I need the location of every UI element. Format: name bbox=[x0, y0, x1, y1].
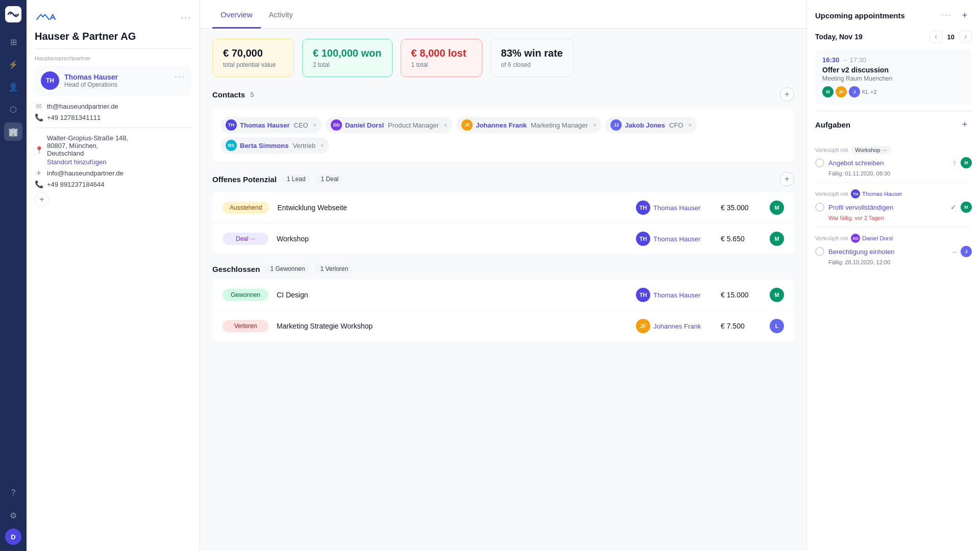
nav-icon-settings[interactable]: ⚙ bbox=[4, 506, 22, 524]
appt-location: Meeting Raum Muenchen bbox=[822, 75, 965, 82]
stat-won-value: € 100,000 won bbox=[313, 47, 382, 59]
deal-name-marketing[interactable]: Marketing Strategie Workshop bbox=[277, 322, 628, 330]
chip-name-daniel[interactable]: Daniel Dorsl bbox=[345, 121, 384, 129]
contact-chip-daniel: DD Daniel Dorsl Product Manager × bbox=[326, 117, 452, 133]
chip-role-jakob: CFO bbox=[669, 121, 683, 129]
nav-icon-chart[interactable]: ⬡ bbox=[4, 100, 22, 118]
appt-title[interactable]: Offer v2 discussion bbox=[822, 66, 965, 74]
chip-remove-thomas[interactable]: × bbox=[313, 122, 316, 128]
phone-icon: 📞 bbox=[35, 113, 43, 121]
tab-overview[interactable]: Overview bbox=[212, 0, 261, 29]
deal-status-deal: Deal ··· bbox=[223, 233, 268, 245]
deal-person-marketing[interactable]: JF Johannes Frank bbox=[636, 319, 713, 333]
potential-deals-container: Ausstehend Entwicklung Webseite TH Thoma… bbox=[212, 192, 794, 254]
nav-icon-help[interactable]: ? bbox=[4, 484, 22, 502]
contact-more-button[interactable]: ··· bbox=[175, 71, 185, 82]
stat-won: € 100,000 won 2 total bbox=[302, 39, 393, 77]
user-avatar[interactable]: D bbox=[5, 529, 21, 545]
task-linked-name-thomas[interactable]: Thomas Hauser bbox=[862, 191, 902, 197]
contact-email[interactable]: th@hauseundpartner.de bbox=[47, 103, 118, 110]
nav-icon-grid[interactable]: ⊞ bbox=[4, 33, 22, 51]
task-name-angebot[interactable]: Angebot schreiben bbox=[828, 159, 949, 167]
task-name-profil[interactable]: Profil vervollständigen bbox=[828, 204, 946, 211]
add-appointment-button[interactable]: + bbox=[958, 8, 972, 22]
contact-name[interactable]: Thomas Hauser bbox=[64, 73, 118, 81]
company-more-button[interactable]: ··· bbox=[181, 12, 191, 23]
chip-name-berta[interactable]: Berta Simmons bbox=[240, 142, 288, 149]
deal-amount-cidesign: € 15.000 bbox=[721, 291, 762, 299]
address-city: 80807, München, bbox=[47, 142, 128, 149]
right-panel: Upcoming appointments ··· + Today, Nov 1… bbox=[806, 0, 980, 551]
add-location-button[interactable]: Standort hinzufügen bbox=[47, 158, 128, 166]
deal-amount-webseite: € 35.000 bbox=[721, 204, 762, 212]
contact-phone-row: 📞 +49 12781341111 bbox=[35, 113, 191, 121]
email-icon: ✉ bbox=[35, 102, 43, 110]
task-row-1: Angebot schreiben ↑ M bbox=[815, 157, 972, 168]
closed-title: Geschlossen bbox=[212, 265, 260, 273]
chip-avatar-th: TH bbox=[226, 119, 237, 131]
task-checkbox-1[interactable] bbox=[815, 158, 824, 167]
task-linked-name-daniel[interactable]: Daniel Dorsl bbox=[862, 235, 893, 241]
add-potential-button[interactable]: + bbox=[780, 172, 794, 186]
tab-activity[interactable]: Activity bbox=[261, 0, 302, 29]
chip-name-jakob[interactable]: Jakob Jones bbox=[625, 121, 665, 129]
stat-winrate-value: 83% win rate bbox=[501, 47, 563, 59]
task-priority-check: ✓ bbox=[950, 203, 957, 211]
contacts-title: Contacts bbox=[212, 90, 245, 99]
contact-chip-johannes: JF Johannes Frank Marketing Manager × bbox=[456, 117, 601, 133]
chip-remove-jakob[interactable]: × bbox=[689, 122, 692, 128]
potential-header: Offenes Potenzial 1 Lead 1 Deal + bbox=[212, 172, 794, 186]
task-linked-person-daniel[interactable]: DD Daniel Dorsl bbox=[851, 234, 893, 243]
phone2-row: 📞 +49 891237184644 bbox=[35, 180, 191, 188]
stat-lost: € 8,000 lost 1 total bbox=[401, 39, 482, 77]
task-linked-avatar-dd: DD bbox=[851, 234, 860, 243]
task-assignee-j: J bbox=[961, 246, 972, 257]
next-date-button[interactable]: › bbox=[960, 31, 972, 43]
tasks-title: Aufgaben bbox=[815, 120, 850, 129]
task-assignee-m2: M bbox=[961, 202, 972, 213]
company-phone[interactable]: +49 891237184644 bbox=[47, 181, 104, 188]
add-field-button[interactable]: + bbox=[35, 192, 49, 207]
company-email[interactable]: info@hauseundpartner.de bbox=[47, 169, 124, 177]
nav-icon-lightning[interactable]: ⚡ bbox=[4, 55, 22, 73]
task-assignee-m1: M bbox=[961, 157, 972, 168]
appt-time: 16:30 → 17:30 bbox=[822, 56, 965, 64]
deal-name-webseite[interactable]: Entwicklung Webseite bbox=[277, 204, 628, 212]
app-logo[interactable] bbox=[5, 6, 21, 22]
add-contact-button[interactable]: + bbox=[780, 87, 794, 102]
deal-avatar-th3: TH bbox=[636, 288, 650, 302]
deal-name-workshop[interactable]: Workshop bbox=[277, 235, 628, 243]
deal-status-ausstehend: Ausstehend bbox=[223, 202, 269, 214]
nav-icon-building[interactable]: 🏢 bbox=[4, 122, 22, 141]
appointments-title: Upcoming appointments bbox=[815, 11, 905, 20]
task-checkbox-3[interactable] bbox=[815, 247, 824, 256]
contacts-section-header: Contacts 5 + bbox=[212, 87, 794, 102]
appointment-item: 16:30 → 17:30 Offer v2 discussion Meetin… bbox=[815, 49, 972, 105]
deal-person-webseite[interactable]: TH Thomas Hauser bbox=[636, 201, 713, 215]
chip-remove-johannes[interactable]: × bbox=[593, 122, 596, 128]
deal-name-cidesign[interactable]: CI Design bbox=[277, 291, 628, 299]
deal-person-cidesign[interactable]: TH Thomas Hauser bbox=[636, 288, 713, 302]
contacts-count: 5 bbox=[250, 91, 254, 98]
chip-remove-berta[interactable]: × bbox=[321, 142, 324, 148]
contact-phone[interactable]: +49 12781341111 bbox=[47, 114, 101, 121]
chip-name-johannes[interactable]: Johannes Frank bbox=[476, 121, 527, 129]
address-row: 📍 Walter-Gropius-Straße 148, 80807, Münc… bbox=[35, 134, 191, 166]
task-checkbox-2[interactable] bbox=[815, 203, 824, 212]
chip-name-thomas[interactable]: Thomas Hauser bbox=[240, 121, 290, 129]
left-panel: ··· Hauser & Partner AG Hauptansprechpar… bbox=[27, 0, 200, 551]
task-linked-chip-workshop[interactable]: Workshop ··· bbox=[851, 146, 891, 154]
nav-icon-users[interactable]: 👤 bbox=[4, 78, 22, 96]
prev-date-button[interactable]: ‹ bbox=[930, 31, 942, 43]
add-task-button[interactable]: + bbox=[958, 117, 972, 132]
task-meta-2: Verknüpft mit TH Thomas Hauser bbox=[815, 189, 972, 198]
deal-person-workshop[interactable]: TH Thomas Hauser bbox=[636, 232, 713, 246]
task-linked-person-thomas[interactable]: TH Thomas Hauser bbox=[851, 189, 902, 198]
stat-potential: € 70,000 total potential value bbox=[212, 39, 294, 77]
closed-won-badge: 1 Gewonnen bbox=[265, 264, 310, 273]
task-chip-dots: ··· bbox=[883, 147, 887, 153]
task-name-berechtigung[interactable]: Berechtigung einholen bbox=[828, 248, 948, 256]
closed-lost-badge: 1 Verloren bbox=[315, 264, 353, 273]
chip-remove-daniel[interactable]: × bbox=[444, 122, 447, 128]
appointments-more-button[interactable]: ··· bbox=[939, 8, 953, 22]
